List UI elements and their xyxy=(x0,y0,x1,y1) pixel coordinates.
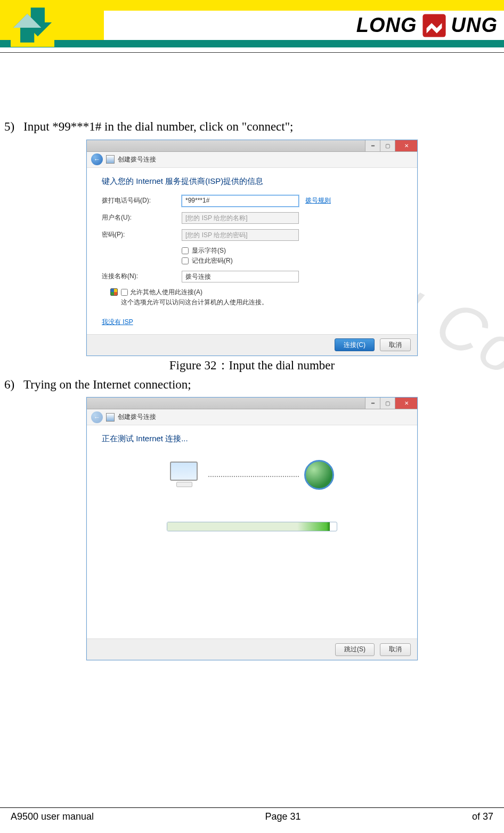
label-username: 用户名(U): xyxy=(102,213,182,222)
back-icon-disabled: ← xyxy=(91,411,103,423)
brand-left: LONG xyxy=(356,14,417,37)
dialog-testing-connection: ━ ▢ ✕ ← 创建拨号连接 正在测试 Internet 连接... xyxy=(86,397,418,660)
dialog-footer: 连接(C) 取消 xyxy=(87,334,417,355)
input-dial-number[interactable]: *99***1# xyxy=(182,195,299,207)
globe-icon xyxy=(304,460,334,490)
cancel-button-2[interactable]: 取消 xyxy=(380,643,411,656)
header-teal-stripe xyxy=(0,40,504,47)
brand-wordmark: LONG UNG xyxy=(356,13,498,38)
maximize-button[interactable]: ▢ xyxy=(380,140,395,151)
maximize-button-2[interactable]: ▢ xyxy=(380,398,395,409)
row-show-chars: 显示字符(S) xyxy=(182,246,402,255)
back-icon[interactable]: ← xyxy=(91,153,103,165)
page-header: LONG UNG xyxy=(0,0,504,51)
figure-32-caption: Figure 32：Input the dial number xyxy=(0,357,504,374)
footer-right: of 37 xyxy=(472,811,493,822)
skip-button[interactable]: 跳过(S) xyxy=(335,643,375,656)
minimize-button-2[interactable]: ━ xyxy=(365,398,380,409)
dialog-titlebar: ━ ▢ ✕ xyxy=(87,140,417,152)
dialog-heading: 键入您的 Internet 服务提供商(ISP)提供的信息 xyxy=(102,176,402,187)
header-white-band: LONG UNG xyxy=(104,11,504,40)
label-dial-number: 拨打电话号码(D): xyxy=(102,196,182,205)
label-remember-password: 记住此密码(R) xyxy=(192,256,233,265)
label-show-chars: 显示字符(S) xyxy=(192,246,226,255)
corner-logo xyxy=(11,3,54,47)
cancel-button[interactable]: 取消 xyxy=(380,338,411,351)
dialog2-body: 正在测试 Internet 连接... xyxy=(87,425,417,638)
dialog-body: 键入您的 Internet 服务提供商(ISP)提供的信息 拨打电话号码(D):… xyxy=(87,168,417,334)
step-6: 6) Trying on the Internet connection; xyxy=(0,376,504,394)
step-5-text: Input *99***1# in the dial number, click… xyxy=(23,118,294,136)
label-password: 密码(P): xyxy=(102,230,182,239)
footer-left: A9500 user manual xyxy=(11,811,94,822)
wizard-icon-2 xyxy=(106,413,115,422)
checkbox-remember-password[interactable] xyxy=(182,257,189,264)
brand-right: UNG xyxy=(451,14,498,37)
text-allow-others-desc: 这个选项允许可以访问这台计算机的人使用此连接。 xyxy=(121,298,402,307)
row-password: 密码(P): [您的 ISP 给您的密码] xyxy=(102,229,402,241)
wizard-icon xyxy=(106,155,115,164)
progress-bar xyxy=(167,522,337,531)
dialog-title: 创建拨号连接 xyxy=(118,155,156,164)
minimize-button[interactable]: ━ xyxy=(365,140,380,151)
label-allow-others: 允许其他人使用此连接(A) xyxy=(130,288,202,297)
header-rule xyxy=(0,52,504,53)
close-button-2[interactable]: ✕ xyxy=(395,398,417,409)
dialog2-header-row: ← 创建拨号连接 xyxy=(87,409,417,425)
connection-line-icon xyxy=(208,476,299,477)
checkbox-show-chars[interactable] xyxy=(182,247,189,254)
connection-graphic xyxy=(102,460,402,490)
dialog2-heading: 正在测试 Internet 连接... xyxy=(102,434,402,444)
figure-32-container: ━ ▢ ✕ ← 创建拨号连接 键入您的 Internet 服务提供商(ISP)提… xyxy=(0,140,504,356)
step-5-number: 5) xyxy=(0,118,23,136)
row-remember-password: 记住此密码(R) xyxy=(182,256,402,265)
link-no-isp[interactable]: 我没有 ISP xyxy=(102,318,133,327)
link-dial-rules[interactable]: 拨号规则 xyxy=(305,196,331,205)
page-footer: A9500 user manual Page 31 of 37 xyxy=(0,807,504,822)
connect-button[interactable]: 连接(C) xyxy=(335,338,375,351)
input-connection-name[interactable]: 拨号连接 xyxy=(182,271,299,282)
shield-icon xyxy=(110,288,118,296)
header-yellow-stripe xyxy=(0,0,504,11)
row-connection-name: 连接名称(N): 拨号连接 xyxy=(102,271,402,282)
input-username[interactable]: [您的 ISP 给您的名称] xyxy=(182,212,299,224)
input-password[interactable]: [您的 ISP 给您的密码] xyxy=(182,229,299,241)
row-dial-number: 拨打电话号码(D): *99***1# 拨号规则 xyxy=(102,195,402,207)
page-body: 5) Input *99***1# in the dial number, cl… xyxy=(0,51,504,660)
footer-center: Page 31 xyxy=(265,811,301,822)
dialog2-footer: 跳过(S) 取消 xyxy=(87,638,417,660)
dialog-create-dial-connection: ━ ▢ ✕ ← 创建拨号连接 键入您的 Internet 服务提供商(ISP)提… xyxy=(86,140,418,356)
dialog2-title: 创建拨号连接 xyxy=(118,413,156,422)
row-allow-others: 允许其他人使用此连接(A) xyxy=(110,288,402,297)
label-connection-name: 连接名称(N): xyxy=(102,272,182,281)
close-button[interactable]: ✕ xyxy=(395,140,417,151)
step-6-number: 6) xyxy=(0,376,23,394)
figure-testing-container: ━ ▢ ✕ ← 创建拨号连接 正在测试 Internet 连接... xyxy=(0,397,504,660)
step-6-text: Trying on the Internet connection; xyxy=(23,376,191,394)
dialog-header-row: ← 创建拨号连接 xyxy=(87,152,417,168)
step-5: 5) Input *99***1# in the dial number, cl… xyxy=(0,118,504,136)
row-username: 用户名(U): [您的 ISP 给您的名称] xyxy=(102,212,402,224)
computer-icon xyxy=(170,462,203,488)
dialog2-titlebar: ━ ▢ ✕ xyxy=(87,398,417,409)
checkbox-allow-others[interactable] xyxy=(121,289,128,296)
brand-logo-icon xyxy=(421,13,447,38)
